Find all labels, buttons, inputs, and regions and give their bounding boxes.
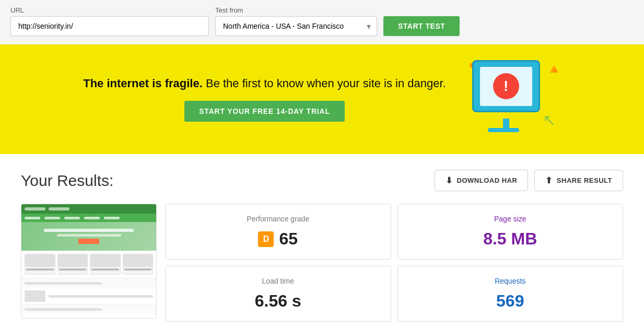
deco-triangle [550, 65, 558, 73]
screenshot-card [21, 204, 157, 319]
url-label: URL [10, 6, 209, 14]
share-icon: ⬆ [545, 175, 553, 185]
banner-bold-text: The internet is fragile. [83, 77, 203, 90]
monitor-screen: ! [480, 67, 532, 106]
requests-label: Requests [495, 277, 525, 285]
metric-card-performance: Performance grade D 65 [165, 204, 391, 260]
banner-plain-text: Be the first to know when your site is i… [206, 77, 446, 90]
loadtime-number: 6.56 s [255, 291, 301, 311]
metric-card-requests: Requests 569 [397, 266, 624, 322]
fake-row [21, 278, 156, 288]
grade-badge: D [258, 231, 274, 247]
performance-grade-label: Performance grade [247, 215, 309, 223]
promo-banner: The internet is fragile. Be the first to… [0, 44, 644, 154]
metrics-grid: Performance grade D 65 Page size 8.5 MB … [165, 204, 623, 322]
start-test-button[interactable]: START TEST [383, 16, 460, 36]
banner-cta-button[interactable]: START YOUR FREE 14-DAY TRIAL [184, 101, 345, 122]
results-title: Your Results: [21, 172, 113, 190]
location-field-group: Test from North America - USA - San Fran… [215, 6, 377, 36]
share-result-label: SHARE RESULT [557, 177, 612, 184]
monitor-body: ! [472, 60, 540, 112]
pagesize-value-row: 8.5 MB [483, 229, 537, 249]
download-icon: ⬇ [446, 175, 453, 185]
requests-number: 569 [496, 291, 524, 311]
download-har-label: DOWNLOAD HAR [457, 177, 518, 184]
results-actions: ⬇ DOWNLOAD HAR ⬆ SHARE RESULT [435, 170, 623, 191]
loadtime-label: Load time [262, 277, 294, 285]
metric-card-pagesize: Page size 8.5 MB [397, 204, 624, 260]
fake-products [21, 251, 156, 278]
fake-banner [21, 222, 156, 251]
fake-nav [21, 204, 156, 214]
fake-row [21, 304, 156, 314]
alert-icon: ! [493, 73, 519, 99]
top-bar: URL Test from North America - USA - San … [0, 0, 644, 44]
pagesize-label: Page size [494, 215, 526, 223]
banner-message: The internet is fragile. Be the first to… [83, 77, 446, 90]
pagesize-number: 8.5 MB [483, 229, 537, 249]
location-select-wrapper: North America - USA - San Francisco Euro… [215, 16, 377, 36]
monitor-base [488, 128, 519, 132]
fake-row2 [21, 288, 156, 304]
location-select[interactable]: North America - USA - San Francisco Euro… [215, 16, 377, 36]
performance-grade-value-row: D 65 [258, 229, 298, 249]
monitor-stand [503, 119, 509, 128]
results-grid: Performance grade D 65 Page size 8.5 MB … [21, 204, 623, 322]
performance-grade-number: 65 [279, 229, 298, 249]
results-section: Your Results: ⬇ DOWNLOAD HAR ⬆ SHARE RES… [0, 154, 644, 328]
cursor-icon: ↖ [543, 111, 556, 129]
fake-menu [21, 214, 156, 222]
share-result-button[interactable]: ⬆ SHARE RESULT [534, 170, 623, 191]
download-har-button[interactable]: ⬇ DOWNLOAD HAR [435, 170, 528, 191]
screenshot-placeholder [21, 204, 156, 318]
results-header: Your Results: ⬇ DOWNLOAD HAR ⬆ SHARE RES… [21, 170, 623, 191]
location-label: Test from [215, 6, 377, 14]
monitor-illustration: ! ↖ [467, 60, 561, 138]
loadtime-value-row: 6.56 s [255, 291, 301, 311]
requests-value-row: 569 [496, 291, 524, 311]
banner-text-area: The internet is fragile. Be the first to… [83, 77, 446, 122]
url-input[interactable] [10, 16, 209, 36]
url-field-group: URL [10, 6, 209, 36]
metric-card-loadtime: Load time 6.56 s [165, 266, 391, 322]
